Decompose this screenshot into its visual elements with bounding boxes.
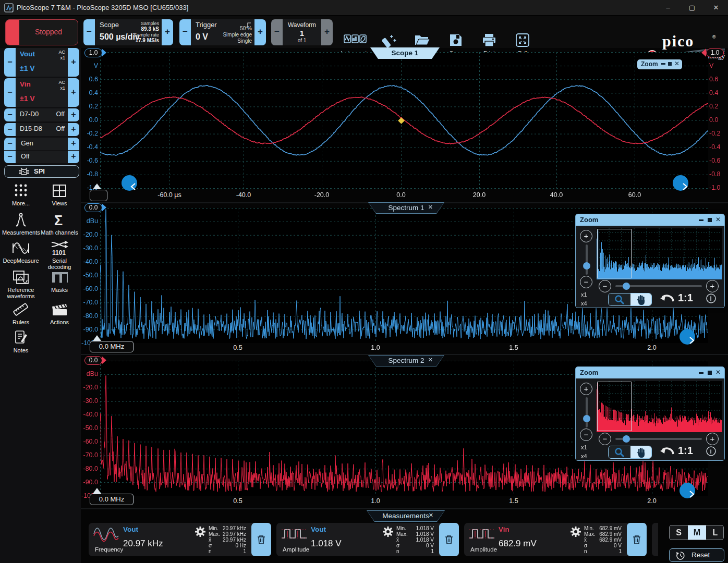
spectrum1-offset-marker[interactable] xyxy=(93,335,101,341)
size-l-button[interactable]: L xyxy=(706,525,724,540)
spectrum1-pan-right-button[interactable] xyxy=(680,329,695,345)
zoom-horizontal-plus-button[interactable]: + xyxy=(706,433,719,445)
gear-icon[interactable] xyxy=(571,527,581,539)
tool-actions[interactable]: Actions xyxy=(41,301,78,325)
zoom-horizontal-minus-button[interactable]: − xyxy=(599,433,611,445)
zoom-pill-minimize-icon[interactable] xyxy=(661,63,665,65)
scope-pan-left-button[interactable] xyxy=(122,175,137,191)
tab-spectrum1[interactable]: Spectrum 1✕ xyxy=(368,202,444,214)
spectrum2-pan-right-button[interactable] xyxy=(680,483,695,498)
channel-vout-decrease-button[interactable]: − xyxy=(4,48,16,77)
zoom-selection-rect[interactable] xyxy=(597,229,632,278)
digital-increase-button[interactable]: + xyxy=(68,123,79,136)
trigger-panel[interactable]: Trigger 0 V 50 % Simple edge Single xyxy=(191,19,254,45)
tab-close-icon[interactable]: ✕ xyxy=(429,512,433,519)
zoom-pill-close-icon[interactable]: ✕ xyxy=(674,60,680,67)
timebase-increase-button[interactable]: + xyxy=(162,19,173,45)
zoom-vertical-slider-thumb[interactable] xyxy=(583,415,590,422)
zoom-vertical-plus-button[interactable]: + xyxy=(580,383,592,395)
zoom-magnify-mode-button[interactable] xyxy=(609,446,630,458)
generator-decrease-button[interactable]: − xyxy=(4,138,16,150)
zoom-pan-mode-button[interactable] xyxy=(630,293,652,305)
zoom-maximize-icon[interactable] xyxy=(708,218,712,222)
spectrum2-zoom-window-titlebar[interactable]: Zoom✕ xyxy=(576,367,724,378)
channel-vin-decrease-button[interactable]: − xyxy=(4,78,16,107)
zoom-horizontal-plus-button[interactable]: + xyxy=(706,280,719,292)
measurement-delete-button[interactable] xyxy=(627,523,647,556)
spectrum2-offset-marker[interactable] xyxy=(93,488,101,494)
size-s-button[interactable]: S xyxy=(670,525,688,540)
scope-pan-right-button[interactable] xyxy=(673,175,688,191)
tool-deepmeasure[interactable]: DeepMeasure xyxy=(2,240,40,264)
zoom-horizontal-slider-thumb[interactable] xyxy=(623,435,630,443)
tool-measurements[interactable]: Measurements xyxy=(2,212,40,236)
channel-vout-increase-button[interactable]: + xyxy=(68,48,79,77)
tool-masks[interactable]: Masks xyxy=(41,269,78,293)
generator-body[interactable]: Gen xyxy=(16,138,68,150)
zoom-vertical-plus-button[interactable]: + xyxy=(580,230,592,242)
zoom-undo-button[interactable] xyxy=(659,294,675,308)
zoom-minimize-icon[interactable] xyxy=(699,372,703,374)
tab-scope1[interactable]: Scope 1 xyxy=(370,47,440,59)
tool-math[interactable]: ΣMath channels xyxy=(41,212,78,236)
reset-button[interactable]: Reset xyxy=(669,548,724,562)
measurement-delete-button[interactable] xyxy=(251,523,271,556)
scope-offset-marker[interactable] xyxy=(93,183,101,189)
tool-serial[interactable]: 1101Serial decoding xyxy=(41,240,78,270)
generator-body[interactable]: Off xyxy=(16,151,68,163)
tab-close-icon[interactable]: ✕ xyxy=(428,357,433,363)
generator-decrease-button[interactable]: − xyxy=(4,151,16,163)
digital-decrease-button[interactable]: − xyxy=(4,108,16,121)
zoom-info-button[interactable]: i xyxy=(706,446,716,458)
trigger-decrease-button[interactable]: − xyxy=(179,19,191,45)
digital-body[interactable]: D15-D8Off xyxy=(16,123,68,136)
spectrum1-position-box[interactable]: 0.0 MHz xyxy=(90,341,134,352)
zoom-pan-mode-button[interactable] xyxy=(630,446,652,458)
channel-vin-increase-button[interactable]: + xyxy=(68,78,79,107)
zoom-magnify-mode-button[interactable] xyxy=(609,293,630,305)
zoom-horizontal-minus-button[interactable]: − xyxy=(599,280,611,292)
tab-close-icon[interactable]: ✕ xyxy=(428,204,433,211)
gear-icon[interactable] xyxy=(383,527,393,539)
scope-zoom-pill[interactable]: Zoom✕ xyxy=(637,59,682,69)
maximize-button[interactable]: ▢ xyxy=(680,0,704,16)
zoom-horizontal-slider-thumb[interactable] xyxy=(623,283,630,290)
trigger-increase-button[interactable]: + xyxy=(254,19,266,45)
spectrum2-zoom-window[interactable]: Zoom✕+−−+x1x41:1i xyxy=(575,366,725,461)
gear-icon[interactable] xyxy=(195,527,205,539)
generator-increase-button[interactable]: + xyxy=(68,138,79,150)
zoom-info-button[interactable]: i xyxy=(706,293,716,305)
zoom-minimize-icon[interactable] xyxy=(699,219,703,221)
spectrum2-position-box[interactable]: 0.0 MHz xyxy=(90,494,134,505)
digital-increase-button[interactable]: + xyxy=(68,108,79,121)
spectrum1-axis-flag[interactable]: 0.0 xyxy=(84,203,102,212)
spectrum1-zoom-window[interactable]: Zoom✕+−−+x1x41:1i xyxy=(575,214,725,308)
digital-body[interactable]: D7-D0Off xyxy=(16,108,68,121)
zoom-undo-button[interactable] xyxy=(659,447,675,460)
scope-position-box[interactable] xyxy=(90,190,107,201)
generator-increase-button[interactable]: + xyxy=(68,151,79,163)
tool-views[interactable]: Views xyxy=(41,182,78,206)
zoom-maximize-icon[interactable] xyxy=(708,371,712,375)
timebase-decrease-button[interactable]: − xyxy=(83,19,95,45)
zoom-vertical-slider[interactable] xyxy=(586,244,588,275)
spi-button[interactable]: SPI xyxy=(4,165,79,178)
spectrum1-zoom-window-titlebar[interactable]: Zoom✕ xyxy=(576,214,724,226)
zoom-vertical-slider-thumb[interactable] xyxy=(583,262,590,270)
waveform-next-button[interactable]: + xyxy=(321,19,333,45)
zoom-vertical-minus-button[interactable]: − xyxy=(580,429,592,441)
tab-measurements[interactable]: Measurements✕ xyxy=(367,510,445,522)
zoom-close-icon[interactable]: ✕ xyxy=(715,216,721,223)
spectrum2-axis-flag[interactable]: 0.0 xyxy=(84,356,102,365)
close-button[interactable]: ✕ xyxy=(704,0,728,16)
scope-panel[interactable]: Scope 500 µs/div Samples 89.3 kS Sample … xyxy=(95,19,162,45)
start-stop-button[interactable]: Stopped xyxy=(5,19,78,45)
tool-more[interactable]: More... xyxy=(2,182,40,206)
tool-refwave[interactable]: Reference waveforms xyxy=(2,269,40,299)
measurement-delete-button[interactable] xyxy=(439,523,459,556)
tab-spectrum2[interactable]: Spectrum 2✕ xyxy=(368,355,444,366)
zoom-close-icon[interactable]: ✕ xyxy=(715,369,721,376)
zoom-selection-rect[interactable] xyxy=(597,382,632,431)
zoom-vertical-slider[interactable] xyxy=(586,397,588,427)
scope-right-axis-flag[interactable]: 1.0 xyxy=(706,48,724,57)
